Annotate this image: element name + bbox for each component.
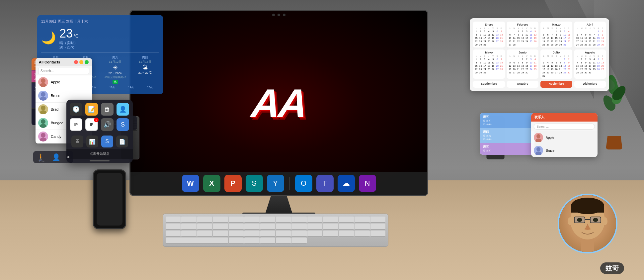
key[interactable] xyxy=(276,231,291,237)
minimize-button-icon[interactable] xyxy=(79,60,83,64)
key[interactable] xyxy=(213,224,228,230)
app-icon-skype[interactable]: S xyxy=(117,118,129,131)
event-block-3[interactable]: 周五 星期五 xyxy=(480,143,534,155)
app-icon-extra3[interactable]: 📄 xyxy=(116,136,128,147)
key[interactable] xyxy=(166,217,181,223)
key[interactable] xyxy=(339,224,354,230)
key[interactable] xyxy=(291,224,306,230)
key[interactable] xyxy=(260,237,275,244)
key[interactable] xyxy=(339,231,354,237)
app-icon-ip2[interactable]: IP × xyxy=(85,118,98,131)
app-icon-extra2[interactable]: 📊 xyxy=(86,136,98,147)
key[interactable] xyxy=(291,217,306,223)
nav-icon-person[interactable]: 👤 xyxy=(52,153,60,161)
key[interactable] xyxy=(229,237,244,244)
taskbar-icon-outlook[interactable]: O Outlook xyxy=(295,175,312,192)
key[interactable] xyxy=(355,217,369,223)
key[interactable] xyxy=(244,231,259,237)
key[interactable] xyxy=(276,224,291,230)
contact-name-apple: Apple xyxy=(51,80,60,84)
app-icon-ip[interactable]: IP xyxy=(70,118,82,131)
schedule-avatar-apple xyxy=(534,133,543,142)
spacebar[interactable] xyxy=(166,237,228,244)
key[interactable] xyxy=(166,231,181,237)
key[interactable] xyxy=(355,231,369,237)
taskbar-icon-yammer[interactable]: Y Yammer xyxy=(267,175,284,192)
taskbar-icon-onenote[interactable]: N OneNote xyxy=(359,175,376,192)
taskbar-icon-onedrive[interactable]: ☁ OneDrive xyxy=(338,175,355,192)
key[interactable] xyxy=(229,224,244,230)
key[interactable] xyxy=(307,224,322,230)
app-icon-extra1[interactable]: 🖥 xyxy=(71,136,83,147)
key[interactable] xyxy=(260,231,275,237)
key[interactable] xyxy=(276,217,291,223)
cal-month-title-julio: Julio xyxy=(542,51,571,54)
key[interactable] xyxy=(260,217,275,223)
key[interactable] xyxy=(291,231,306,237)
key[interactable] xyxy=(213,217,228,223)
contacts-header-label: All Contacts xyxy=(39,60,60,64)
schedule-search-input[interactable] xyxy=(534,124,595,130)
cal-month-title-octubre: Octubre xyxy=(508,82,537,85)
app-icon-clock[interactable]: 🕐 xyxy=(70,103,82,116)
onedrive-icon-label: ☁ xyxy=(343,179,350,188)
key[interactable] xyxy=(323,217,338,223)
app-icon-contacts[interactable]: 👤 xyxy=(117,103,129,116)
wind-time-3: 14点 xyxy=(128,85,134,89)
key[interactable] xyxy=(307,217,322,223)
cal-month-title-septiembre: Septiembre xyxy=(474,82,504,85)
forecast-icon-3: 🌤 xyxy=(131,64,159,71)
key[interactable] xyxy=(166,224,181,230)
schedule-contact-apple[interactable]: Apple xyxy=(531,131,598,144)
taskbar-icon-ppt[interactable]: P PowerPoint xyxy=(224,175,242,192)
calendar-grid-row2: Septiembre Octubre Noviembre Diciembre xyxy=(473,81,606,88)
key[interactable] xyxy=(339,217,354,223)
app-icon-trash[interactable]: 🗑 xyxy=(101,103,114,116)
key[interactable] xyxy=(291,237,306,244)
onedrive-app-label: OneDrive xyxy=(340,195,352,196)
app-icon-skype2[interactable]: S xyxy=(101,136,113,147)
monitor: AA W Word X Excel P PowerPoint S SharePo… xyxy=(129,10,428,216)
key[interactable] xyxy=(181,231,196,237)
schedule-contact-bruce[interactable]: Bruce xyxy=(531,144,598,157)
key[interactable] xyxy=(229,217,244,223)
phone-tap-label[interactable]: 点击开始键盘 xyxy=(66,149,133,159)
key[interactable] xyxy=(181,224,196,230)
taskbar-icon-excel[interactable]: X Excel xyxy=(203,175,220,192)
taskbar-icon-word[interactable]: W Word xyxy=(182,175,199,192)
key[interactable] xyxy=(197,224,212,230)
key[interactable] xyxy=(244,224,259,230)
yammer-icon-label: Y xyxy=(273,179,278,188)
schedule-name-apple: Apple xyxy=(546,136,554,140)
nav-icon-walk[interactable]: 🚶 xyxy=(37,153,45,161)
key[interactable] xyxy=(370,217,385,223)
key[interactable] xyxy=(229,231,244,237)
key[interactable] xyxy=(181,217,196,223)
key[interactable] xyxy=(276,237,291,244)
key[interactable] xyxy=(323,224,338,230)
key[interactable] xyxy=(197,217,212,223)
key[interactable] xyxy=(244,237,259,244)
key[interactable] xyxy=(213,231,228,237)
taskbar-icon-teams[interactable]: T Teams xyxy=(316,175,334,192)
app-icon-volume[interactable]: 🔊 xyxy=(101,118,114,131)
key[interactable] xyxy=(260,224,275,230)
key[interactable] xyxy=(307,231,322,237)
key[interactable] xyxy=(370,224,385,230)
app-icon-notes[interactable]: 📝 xyxy=(85,103,98,116)
taskbar-icon-sharepoint[interactable]: S SharePoint xyxy=(246,175,263,192)
nav-dot-indicator xyxy=(67,156,69,158)
event-block-2[interactable]: 周四 星期四 Christin... xyxy=(480,128,534,143)
key[interactable] xyxy=(355,224,369,230)
key[interactable] xyxy=(197,231,212,237)
outlook-app-label: Outlook xyxy=(298,195,309,196)
event-block-1[interactable]: 周五 星期五 Christin... xyxy=(480,113,534,128)
cal-header-abril: LMXJVSD xyxy=(576,27,605,29)
maximize-button-icon[interactable] xyxy=(85,60,89,64)
contact-item-apple[interactable]: Apple xyxy=(36,75,92,89)
key[interactable] xyxy=(323,231,338,237)
contacts-search-input[interactable] xyxy=(38,68,89,74)
key[interactable] xyxy=(244,217,259,223)
close-button-icon[interactable] xyxy=(74,60,78,64)
key[interactable] xyxy=(370,231,385,237)
